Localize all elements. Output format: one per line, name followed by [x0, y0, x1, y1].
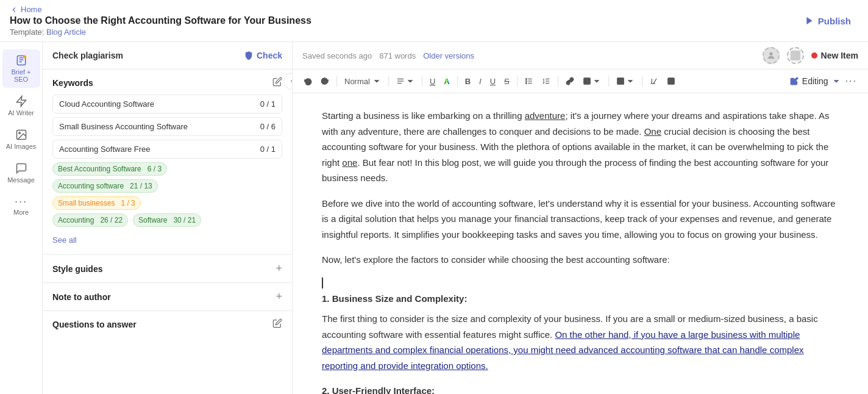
- top-nav-left: Home How to Choose the Right Accounting …: [10, 5, 311, 37]
- questions-title: Questions to answer: [52, 320, 137, 329]
- sidebar-item-message[interactable]: Message: [2, 157, 40, 188]
- sidebar-item-ai-images[interactable]: AI Images: [2, 124, 40, 155]
- editor-topbar: Saved seconds ago 871 words Older versio…: [293, 42, 868, 70]
- strikethrough-button[interactable]: S: [500, 74, 513, 88]
- sidebar-item-brief-seo[interactable]: Brief + SEO: [2, 49, 40, 88]
- template-link[interactable]: Blog Article: [46, 27, 86, 37]
- bullet-icon: [525, 77, 533, 85]
- para-4: The first thing to consider is the size …: [322, 311, 839, 373]
- keywords-edit-button[interactable]: [272, 77, 282, 88]
- svg-point-24: [585, 79, 586, 81]
- back-button[interactable]: Home: [10, 5, 42, 14]
- main-layout: Brief + SEO AI Writer AI Images Message …: [0, 42, 868, 394]
- sidebar-label-ai-writer: AI Writer: [8, 109, 34, 116]
- older-versions-link[interactable]: Older versions: [423, 51, 474, 60]
- chevron-left-icon: [288, 77, 293, 85]
- editor-content[interactable]: Starting a business is like embarking on…: [293, 93, 868, 394]
- sep1: [336, 76, 337, 87]
- style-dropdown[interactable]: Normal: [341, 74, 385, 88]
- see-all-link[interactable]: See all: [52, 233, 77, 247]
- underline-color-label: U: [430, 77, 435, 86]
- svg-marker-6: [16, 96, 26, 107]
- bullet-list-button[interactable]: [521, 74, 537, 88]
- italic-label: I: [479, 77, 482, 86]
- align-chevron-icon: [406, 77, 414, 85]
- ordered-icon: [542, 77, 550, 85]
- pencil-icon: [790, 77, 799, 85]
- plus-icon: +: [276, 262, 282, 275]
- align-button[interactable]: [393, 74, 418, 88]
- plagiarism-header: Check plagiarism Check: [43, 42, 292, 70]
- clear-icon: [650, 77, 658, 85]
- more-format-icon: [667, 77, 675, 85]
- clear-format-button[interactable]: [646, 74, 662, 88]
- highlight-button[interactable]: A: [440, 74, 453, 88]
- svg-point-8: [18, 132, 20, 134]
- chevron-down-icon: [372, 77, 381, 85]
- style-guides-section[interactable]: Style guides +: [43, 254, 292, 282]
- keyword-accounting-software: Accounting software 21 / 13: [52, 179, 158, 193]
- image-chevron-icon: [592, 77, 601, 85]
- style-guides-title: Style guides: [52, 264, 102, 274]
- italic-button[interactable]: I: [475, 74, 485, 88]
- sidebar-label-more: More: [13, 209, 29, 216]
- link-button[interactable]: [562, 74, 578, 88]
- undo-button[interactable]: [300, 74, 316, 88]
- svg-point-19: [525, 83, 527, 84]
- keywords-title: Keywords: [52, 78, 93, 88]
- underline-color-button[interactable]: U: [426, 74, 439, 88]
- sidebar-label-brief-seo: Brief + SEO: [6, 68, 37, 83]
- bold-button[interactable]: B: [461, 74, 474, 88]
- sep3: [422, 76, 422, 87]
- more-options-button[interactable]: ···: [842, 73, 861, 89]
- template-label: Template: Blog Article: [10, 27, 86, 37]
- link-text-1: On the other hand, if you have a large b…: [322, 329, 804, 371]
- redo-button[interactable]: [317, 74, 333, 88]
- keyword-count: 0 / 1: [260, 145, 276, 154]
- svg-point-5: [23, 56, 26, 59]
- sep2: [388, 76, 389, 87]
- editor-meta-left: Saved seconds ago 871 words Older versio…: [302, 51, 474, 60]
- keyword-small-businesses: Small businesses 1 / 3: [52, 196, 141, 210]
- editing-mode-button[interactable]: Editing: [790, 76, 841, 86]
- icon-sidebar: Brief + SEO AI Writer AI Images Message …: [0, 42, 43, 394]
- sep4: [457, 76, 458, 87]
- table-button[interactable]: [613, 74, 638, 88]
- svg-rect-10: [791, 51, 800, 60]
- check-button[interactable]: Check: [244, 51, 282, 60]
- ordered-list-button[interactable]: [538, 74, 554, 88]
- heading-1: 1. Business Size and Complexity:: [322, 291, 839, 307]
- questions-section[interactable]: Questions to answer: [43, 310, 292, 337]
- cursor-line: [322, 278, 323, 288]
- saved-label: Saved seconds ago: [302, 51, 372, 60]
- image-button[interactable]: [579, 74, 605, 88]
- note-to-author-title: Note to author: [52, 292, 111, 302]
- questions-edit-button[interactable]: [272, 318, 282, 330]
- back-label: Home: [21, 5, 42, 14]
- edit-icon-questions: [272, 318, 282, 328]
- editing-label: Editing: [802, 76, 828, 86]
- keywords-section: Keywords Cloud Accounting Software 0 / 1…: [43, 70, 292, 254]
- red-dot-icon: [811, 52, 817, 59]
- image-icon: [15, 129, 27, 141]
- keyword-text: Small Business Accounting Software: [59, 122, 188, 131]
- more-dots-label: ···: [845, 76, 857, 87]
- note-to-author-section[interactable]: Note to author +: [43, 282, 292, 310]
- keyword-row-small-businesses: Small businesses 1 / 3: [52, 196, 282, 210]
- keyword-text: Accounting Software Free: [59, 145, 151, 154]
- keyword-row-best: Best Accounting Software 6 / 3: [52, 162, 282, 176]
- publish-button[interactable]: Publish: [797, 12, 858, 30]
- more-format-button[interactable]: [663, 74, 679, 88]
- sidebar-item-more[interactable]: ··· More: [2, 191, 40, 221]
- avatar-secondary: [787, 47, 804, 64]
- underline-button[interactable]: U: [486, 74, 499, 88]
- editor-area: Saved seconds ago 871 words Older versio…: [293, 42, 868, 394]
- sidebar-item-ai-writer[interactable]: AI Writer: [2, 90, 40, 121]
- strikethrough-label: S: [504, 77, 510, 86]
- sep5: [517, 76, 518, 87]
- keyword-text: Cloud Accounting Software: [59, 99, 154, 109]
- side-panel: Check plagiarism Check Keywords Cloud Ac…: [43, 42, 293, 394]
- editing-chevron-icon: [832, 77, 841, 85]
- keyword-row-accounting-software: Accounting software 21 / 13: [52, 179, 282, 193]
- avatar-user: [763, 47, 780, 64]
